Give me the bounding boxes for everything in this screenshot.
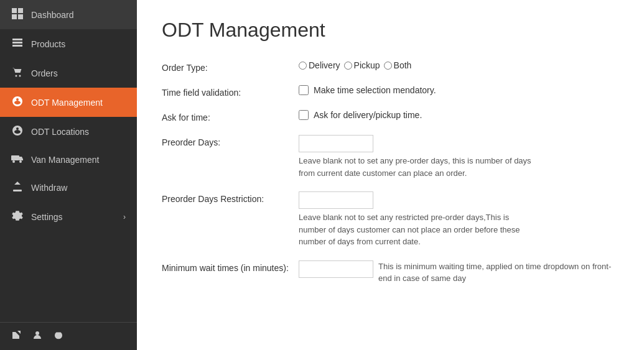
radio-delivery[interactable]: Delivery xyxy=(299,60,340,70)
ask-for-time-value: Ask for delivery/pickup time. xyxy=(299,110,619,120)
withdraw-icon xyxy=(11,181,24,194)
orders-icon xyxy=(11,67,24,80)
settings-chevron-icon: › xyxy=(123,213,126,221)
power-icon[interactable] xyxy=(54,330,63,343)
svg-rect-6 xyxy=(12,45,22,47)
sidebar-item-label: ODT Locations xyxy=(31,127,126,137)
ask-for-time-checkbox-row[interactable]: Ask for delivery/pickup time. xyxy=(299,110,619,120)
external-link-icon[interactable] xyxy=(11,330,21,343)
svg-rect-0 xyxy=(12,8,17,13)
page-title: ODT Management xyxy=(162,19,619,42)
sidebar-item-label: Van Management xyxy=(31,155,126,165)
sidebar-item-products[interactable]: Products xyxy=(0,29,137,58)
sidebar-item-withdraw[interactable]: Withdraw xyxy=(0,173,137,202)
sidebar-item-label: Withdraw xyxy=(31,183,126,193)
sidebar-item-label: Products xyxy=(31,39,126,49)
products-icon xyxy=(11,37,24,50)
order-type-row: Order Type: Delivery Pickup Both xyxy=(162,60,619,73)
ask-for-time-row: Ask for time: Ask for delivery/pickup ti… xyxy=(162,110,619,122)
sidebar-item-orders[interactable]: Orders xyxy=(0,58,137,88)
order-type-radio-group: Delivery Pickup Both xyxy=(299,60,619,70)
user-icon[interactable] xyxy=(32,330,42,343)
sidebar-item-van-management[interactable]: Van Management xyxy=(0,146,137,173)
radio-pickup[interactable]: Pickup xyxy=(344,60,380,70)
svg-rect-9 xyxy=(11,155,19,160)
radio-delivery-label: Delivery xyxy=(309,60,340,70)
odt-management-icon xyxy=(11,96,24,109)
radio-pickup-input[interactable] xyxy=(344,62,352,70)
svg-rect-4 xyxy=(12,39,22,40)
radio-pickup-label: Pickup xyxy=(354,60,380,70)
sidebar-item-label: Orders xyxy=(31,68,126,78)
dashboard-icon xyxy=(11,8,24,21)
minimum-wait-times-label: Minimum wait times (in minutes): xyxy=(162,260,299,273)
minimum-wait-times-input-line: This is minimum waiting time, applied on… xyxy=(299,260,619,285)
preorder-days-restriction-value: Leave blank not to set any restricted pr… xyxy=(299,191,619,248)
svg-rect-2 xyxy=(12,14,17,19)
svg-rect-12 xyxy=(13,190,22,191)
time-field-validation-value: Make time selection mendatory. xyxy=(299,85,619,95)
minimum-wait-times-row: Minimum wait times (in minutes): This is… xyxy=(162,260,619,285)
ask-for-time-checkbox-label: Ask for delivery/pickup time. xyxy=(314,110,422,120)
time-field-validation-row: Time field validation: Make time selecti… xyxy=(162,85,619,98)
minimum-wait-times-help: This is minimum waiting time, applied on… xyxy=(378,260,619,285)
preorder-days-row: Preorder Days: Leave blank not to set an… xyxy=(162,135,619,179)
sidebar-item-dashboard[interactable]: Dashboard xyxy=(0,0,137,29)
odt-management-form: Order Type: Delivery Pickup Both xyxy=(162,60,619,285)
radio-both[interactable]: Both xyxy=(384,60,412,70)
svg-rect-3 xyxy=(18,14,23,19)
svg-rect-5 xyxy=(12,42,22,44)
radio-delivery-input[interactable] xyxy=(299,62,307,70)
ask-for-time-checkbox[interactable] xyxy=(299,110,309,120)
van-management-icon xyxy=(11,154,24,165)
sidebar-item-label: Dashboard xyxy=(31,10,126,20)
odt-locations-icon xyxy=(11,125,24,138)
svg-point-10 xyxy=(12,160,15,163)
sidebar-bottom xyxy=(0,322,137,350)
minimum-wait-times-input[interactable] xyxy=(299,260,373,278)
svg-point-13 xyxy=(35,331,39,335)
sidebar-item-label: Settings xyxy=(31,212,116,222)
preorder-days-restriction-input[interactable] xyxy=(299,191,373,209)
radio-both-input[interactable] xyxy=(384,62,392,70)
preorder-days-value: Leave blank not to set any pre-order day… xyxy=(299,135,619,179)
preorder-days-input-line xyxy=(299,135,619,152)
svg-point-11 xyxy=(19,160,22,163)
settings-icon xyxy=(11,210,24,223)
preorder-days-restriction-input-line xyxy=(299,191,619,209)
svg-point-8 xyxy=(19,75,21,77)
sidebar-item-odt-locations[interactable]: ODT Locations xyxy=(0,117,137,146)
radio-both-label: Both xyxy=(394,60,412,70)
time-field-validation-label: Time field validation: xyxy=(162,85,299,98)
preorder-days-restriction-row: Preorder Days Restriction: Leave blank n… xyxy=(162,191,619,248)
order-type-label: Order Type: xyxy=(162,60,299,73)
main-content: ODT Management Order Type: Delivery Pick… xyxy=(137,0,644,350)
ask-for-time-label: Ask for time: xyxy=(162,110,299,122)
time-field-validation-checkbox-label: Make time selection mendatory. xyxy=(314,85,436,95)
sidebar-item-label: ODT Management xyxy=(31,98,126,108)
sidebar-item-settings[interactable]: Settings › xyxy=(0,202,137,231)
svg-rect-1 xyxy=(18,8,23,13)
sidebar-item-odt-management[interactable]: ODT Management xyxy=(0,88,137,117)
preorder-days-restriction-label: Preorder Days Restriction: xyxy=(162,191,299,204)
time-field-validation-checkbox-row[interactable]: Make time selection mendatory. xyxy=(299,85,619,95)
time-field-validation-checkbox[interactable] xyxy=(299,85,309,95)
preorder-days-restriction-help-block: Leave blank not to set any restricted pr… xyxy=(299,211,535,248)
minimum-wait-times-value: This is minimum waiting time, applied on… xyxy=(299,260,619,285)
order-type-value: Delivery Pickup Both xyxy=(299,60,619,70)
preorder-days-label: Preorder Days: xyxy=(162,135,299,147)
preorder-days-input[interactable] xyxy=(299,135,373,152)
svg-point-7 xyxy=(16,75,17,77)
preorder-days-help-block: Leave blank not to set any pre-order day… xyxy=(299,155,535,179)
sidebar: Dashboard Products Orders ODT Management xyxy=(0,0,137,350)
